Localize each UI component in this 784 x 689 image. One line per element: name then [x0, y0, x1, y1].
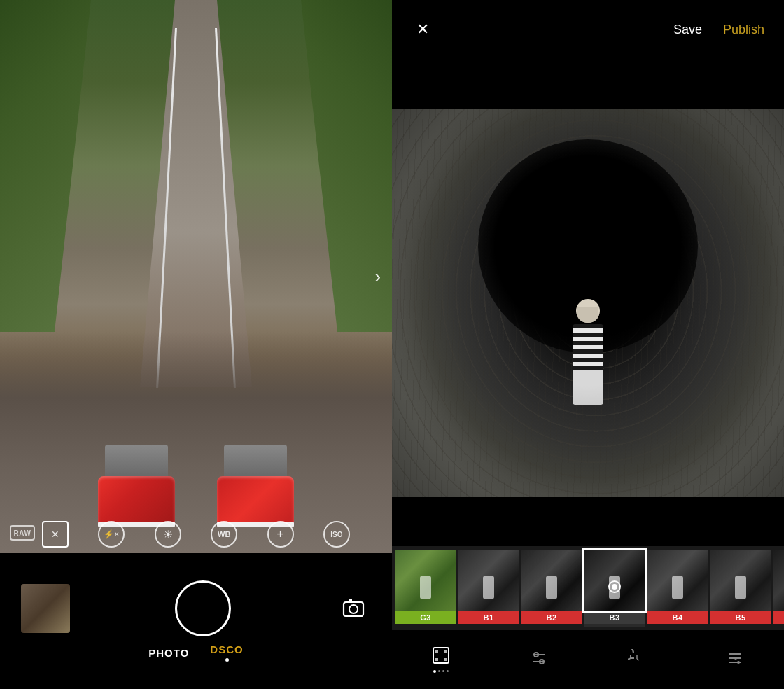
filter-b5-thumb: [710, 550, 771, 611]
cancel-btn[interactable]: ✕: [42, 521, 69, 548]
camera-panel: › RAW ✕ ⚡✕ ☀ WB + ISO: [0, 0, 392, 689]
dot-4: [447, 670, 449, 672]
edit-panel: ✕ Save Publish: [392, 0, 784, 689]
presets-btn[interactable]: [718, 643, 752, 676]
dot-2: [438, 670, 440, 672]
svg-line-12: [637, 659, 639, 660]
filter-b1-child: [483, 576, 494, 599]
svg-point-1: [349, 605, 358, 613]
filter-b2-child: [546, 576, 557, 599]
camera-controls-row: ✕ ⚡✕ ☀ WB + ISO: [42, 521, 350, 548]
dsco-mode-label[interactable]: DSCO: [210, 643, 243, 655]
history-btn[interactable]: [620, 643, 654, 676]
filter-b6[interactable]: B6: [773, 550, 784, 627]
filter-b6-thumb: [773, 550, 784, 611]
dot-1: [433, 670, 436, 673]
filter-b5-child: [735, 576, 746, 599]
adjust-icon: [530, 649, 548, 670]
adjust-btn[interactable]: [522, 643, 556, 676]
filter-b3[interactable]: B3: [584, 550, 645, 627]
filter-b3-selected: [608, 580, 621, 593]
filter-b4-label: B4: [647, 611, 708, 624]
vignette-overlay: [392, 109, 784, 497]
raw-badge[interactable]: RAW: [10, 525, 35, 541]
mode-row: [0, 580, 392, 636]
filter-g3[interactable]: G3: [395, 550, 456, 627]
history-icon: [628, 649, 646, 670]
filter-b1-thumb: [458, 550, 519, 611]
flash-btn[interactable]: ⚡✕: [98, 521, 125, 548]
filter-g3-child: [420, 576, 431, 599]
flip-camera-btn[interactable]: [336, 591, 371, 626]
edited-photo: [392, 109, 784, 497]
photo-mode-label[interactable]: PHOTO: [148, 647, 189, 659]
presets-icon: [726, 649, 744, 670]
shutter-button[interactable]: [175, 580, 231, 636]
filter-b2[interactable]: B2: [521, 550, 582, 627]
frames-btn[interactable]: [424, 643, 458, 676]
filter-b5-label: B5: [710, 611, 771, 624]
svg-rect-3: [435, 650, 438, 653]
svg-point-16: [738, 653, 741, 655]
filter-b3-label: B3: [584, 611, 645, 624]
frames-icon: [432, 646, 450, 667]
iso-btn[interactable]: ISO: [323, 521, 350, 548]
dot-3: [442, 670, 444, 672]
filter-b4[interactable]: B4: [647, 550, 708, 627]
filter-g3-thumb: [395, 550, 456, 611]
filter-b2-thumb: [521, 550, 582, 611]
filter-b1[interactable]: B1: [458, 550, 519, 627]
bottom-toolbar: [392, 630, 784, 689]
camera-viewfinder: › RAW ✕ ⚡✕ ☀ WB + ISO: [0, 0, 392, 553]
edit-header: ✕ Save Publish: [392, 0, 784, 59]
add-btn[interactable]: +: [267, 521, 294, 548]
mode-labels: PHOTO DSCO: [148, 643, 243, 662]
frames-dots: [433, 670, 449, 673]
close-button[interactable]: ✕: [412, 18, 434, 41]
next-arrow-btn[interactable]: ›: [374, 265, 381, 288]
filter-b3-thumb: [584, 550, 645, 611]
wb-btn[interactable]: WB: [211, 521, 237, 548]
header-actions: Save Publish: [673, 22, 764, 37]
filter-strip: G3 B1 B2 B3: [392, 546, 784, 630]
svg-rect-4: [435, 658, 438, 661]
filter-g3-label: G3: [395, 611, 456, 624]
svg-rect-6: [444, 658, 447, 661]
photo-container: [392, 59, 784, 546]
svg-point-18: [737, 661, 740, 664]
svg-point-17: [734, 657, 737, 660]
filter-b2-label: B2: [521, 611, 582, 624]
save-button[interactable]: Save: [673, 22, 702, 37]
filter-b6-label: B6: [773, 611, 784, 624]
camera-ui-overlay: › RAW ✕ ⚡✕ ☀ WB + ISO: [0, 0, 392, 553]
filter-b1-label: B1: [458, 611, 519, 624]
filter-b5[interactable]: B5: [710, 550, 771, 627]
exposure-btn[interactable]: ☀: [155, 521, 181, 548]
svg-rect-5: [444, 650, 447, 653]
gallery-thumbnail[interactable]: [21, 584, 70, 633]
filter-b4-child: [672, 576, 683, 599]
publish-button[interactable]: Publish: [723, 22, 764, 37]
active-mode-dot: [225, 658, 229, 662]
filter-b4-thumb: [647, 550, 708, 611]
camera-bottom-bar: PHOTO DSCO: [0, 553, 392, 689]
